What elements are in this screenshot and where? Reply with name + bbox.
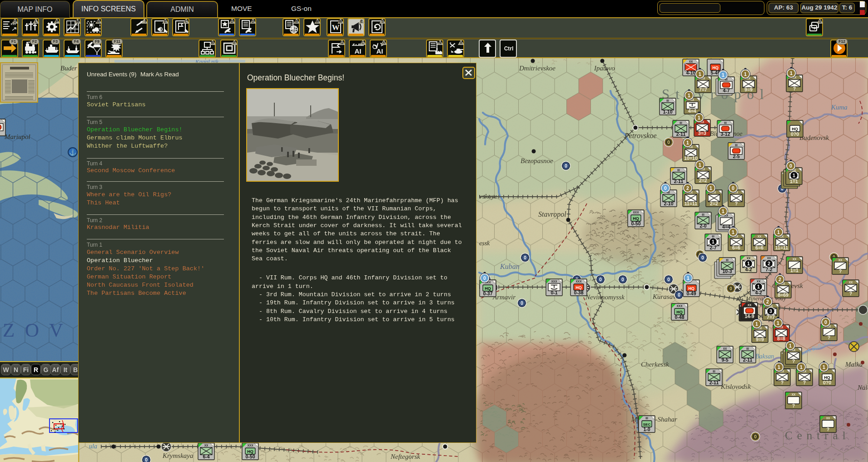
svg-text:XXX: XXX <box>633 211 639 214</box>
svg-text:III: III <box>713 370 715 373</box>
svg-text:1=1: 1=1 <box>790 268 799 273</box>
svg-text:Neftegorsk: Neftegorsk <box>390 453 420 460</box>
svg-text:?: ? <box>803 380 806 385</box>
svg-text:Cherkessk: Cherkessk <box>641 361 669 368</box>
svg-text:4=4: 4=4 <box>688 108 696 114</box>
svg-text:3-12: 3-12 <box>720 131 730 137</box>
svg-text:1: 1 <box>777 229 780 235</box>
svg-text:2-11: 2-11 <box>676 131 686 137</box>
svg-text:?: ? <box>849 291 852 296</box>
svg-text:XX: XX <box>723 347 727 350</box>
svg-text:HQ: HQ <box>792 127 798 131</box>
svg-text:Petrovskoe: Petrovskoe <box>624 132 656 139</box>
svg-text:1: 1 <box>686 140 689 145</box>
svg-text:1: 1 <box>823 364 825 370</box>
svg-text:0: 0 <box>729 286 732 291</box>
svg-text:1: 1 <box>747 261 750 266</box>
svg-text:Krymskaya: Krymskaya <box>162 452 193 459</box>
svg-text:0: 0 <box>789 163 792 169</box>
svg-text:Buder: Buder <box>60 65 77 72</box>
svg-text:XX: XX <box>204 444 208 447</box>
svg-text:2=2: 2=2 <box>710 201 718 206</box>
svg-text:7=7: 7=7 <box>699 87 707 92</box>
svg-text:0?0: 0?0 <box>823 380 831 385</box>
svg-text:0-38: 0-38 <box>574 290 583 295</box>
svg-text:9-5: 9-5 <box>721 357 728 363</box>
svg-text:XX: XX <box>849 281 853 284</box>
svg-text:HQ: HQ <box>712 65 719 70</box>
svg-text:?: ? <box>781 380 784 385</box>
svg-text:HQ: HQ <box>247 449 253 454</box>
svg-text:XXX: XXX <box>676 304 683 308</box>
svg-text:1: 1 <box>790 70 793 76</box>
svg-text:1: 1 <box>709 185 712 191</box>
svg-text:11=11: 11=11 <box>684 201 697 206</box>
svg-text:1: 1 <box>699 162 701 168</box>
svg-text:0: 0 <box>483 275 486 281</box>
svg-text:Z O V: Z O V <box>3 319 66 341</box>
svg-text:Bezopasnoe: Bezopasnoe <box>521 157 553 164</box>
svg-text:Mariupol: Mariupol <box>4 133 30 140</box>
svg-text:6=6: 6=6 <box>755 245 764 250</box>
svg-text:⚓: ⚓ <box>69 149 77 156</box>
svg-text:3: 3 <box>769 308 772 314</box>
svg-text:XX: XX <box>826 417 830 420</box>
svg-text:0: 0 <box>145 457 148 462</box>
svg-text:Budenovsk: Budenovsk <box>799 134 829 141</box>
svg-text:11=11: 11=11 <box>775 245 788 250</box>
svg-text:2: 2 <box>768 261 770 266</box>
svg-text:III: III <box>645 417 648 420</box>
svg-text:HQ: HQ <box>688 286 694 291</box>
svg-text:1: 1 <box>744 71 747 77</box>
svg-text:0: 0 <box>824 319 827 325</box>
svg-text:0-37: 0-37 <box>483 291 492 296</box>
svg-text:essk: essk <box>479 240 490 247</box>
svg-text:9=9: 9=9 <box>744 87 753 92</box>
svg-text:10=10: 10=10 <box>684 155 698 161</box>
svg-text:HQ: HQ <box>485 286 491 291</box>
svg-text:1: 1 <box>732 229 734 235</box>
svg-text:?: ? <box>793 86 796 91</box>
svg-text:1: 1 <box>687 275 689 281</box>
svg-text:0-48: 0-48 <box>675 314 684 320</box>
svg-text:Stavropol: Stavropol <box>538 210 566 219</box>
svg-text:6=6: 6=6 <box>732 245 740 250</box>
svg-text:0: 0 <box>667 277 670 282</box>
svg-text:?: ? <box>792 403 795 408</box>
svg-text:2: 2 <box>766 299 769 304</box>
svg-text:0: 0 <box>678 293 680 298</box>
svg-text:III: III <box>702 213 704 216</box>
svg-text:10-3: 10-3 <box>722 268 732 274</box>
svg-text:1: 1 <box>789 343 792 348</box>
svg-text:HQ: HQ <box>676 310 683 314</box>
svg-text:2=2: 2=2 <box>699 178 707 183</box>
svg-text:3=3: 3=3 <box>698 130 706 136</box>
svg-text:0-50: 0-50 <box>631 221 640 226</box>
svg-text:0: 0 <box>524 255 526 260</box>
svg-text:SEC: SEC <box>643 422 651 427</box>
svg-text:Malka: Malka <box>845 361 863 368</box>
svg-text:AI: AI <box>355 47 362 55</box>
svg-text:HQ: HQ <box>824 375 830 380</box>
svg-text:?: ? <box>735 201 738 206</box>
svg-text:III: III <box>677 169 680 172</box>
svg-text:9=9: 9=9 <box>756 337 764 342</box>
svg-text:2: 2 <box>779 277 781 282</box>
svg-text:1: 1 <box>777 320 779 326</box>
svg-text:0: 0 <box>664 185 667 191</box>
svg-text:0-50: 0-50 <box>245 454 255 459</box>
svg-text:III: III <box>680 121 682 124</box>
svg-text:III: III <box>724 121 727 124</box>
svg-text:1: 1 <box>688 93 690 98</box>
svg-text:XX: XX <box>758 235 762 238</box>
svg-text:XX: XX <box>689 60 693 63</box>
svg-text:0: 0 <box>621 277 624 282</box>
svg-text:III: III <box>746 347 749 350</box>
svg-text:XX: XX <box>792 393 796 396</box>
svg-text:?: ? <box>792 358 795 364</box>
svg-text:1: 1 <box>778 364 780 370</box>
svg-text:0: 0 <box>732 185 734 191</box>
svg-text:Nevinnomyssk: Nevinnomyssk <box>585 293 625 301</box>
svg-text:vskoye: vskoye <box>479 193 497 200</box>
svg-text:Baksan: Baksan <box>755 353 774 360</box>
